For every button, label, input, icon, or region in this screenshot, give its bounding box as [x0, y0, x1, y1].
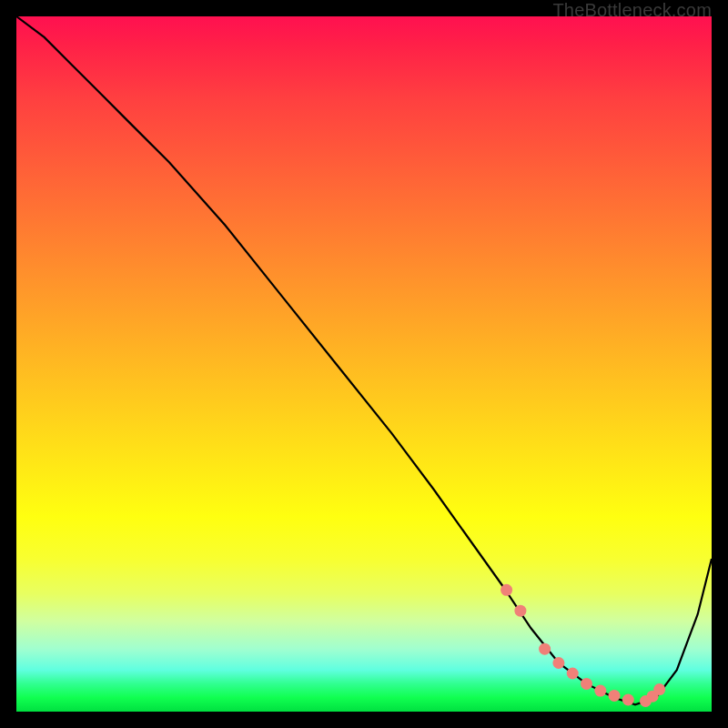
highlight-dot — [581, 678, 592, 690]
highlight-dot — [567, 668, 579, 680]
watermark-text: TheBottleneck.com — [552, 0, 712, 21]
curve-line — [16, 16, 712, 704]
highlight-dot — [622, 694, 634, 706]
plot-area — [16, 16, 712, 712]
dots-group — [500, 584, 665, 707]
highlight-dot — [594, 685, 606, 697]
highlight-dot — [539, 643, 551, 655]
highlight-dot — [609, 690, 621, 702]
chart-container: TheBottleneck.com — [0, 0, 728, 728]
highlight-dot — [552, 657, 564, 669]
chart-svg — [16, 16, 712, 712]
highlight-dot — [500, 584, 512, 596]
highlight-dot — [514, 605, 526, 617]
highlight-dot — [653, 683, 665, 695]
